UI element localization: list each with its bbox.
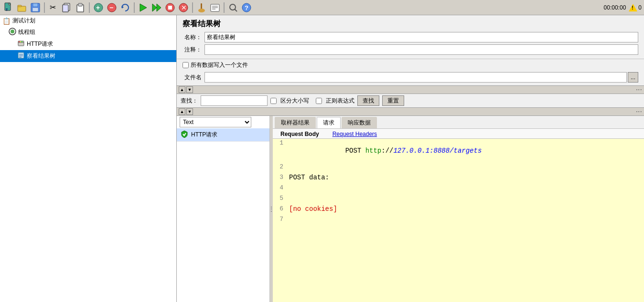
svg-rect-7 [32, 8, 38, 11]
name-input[interactable] [204, 32, 638, 42]
tab-bar: 取样器结果 请求 响应数据 [273, 116, 644, 129]
result-item-label: HTTP请求 [191, 131, 217, 139]
sep5 [224, 2, 225, 13]
result-list-header: Text RegExp Tester CSS/JQuery Tester XPa… [177, 116, 269, 128]
svg-point-36 [11, 30, 14, 33]
format-dropdown[interactable]: Text RegExp Tester CSS/JQuery Tester XPa… [180, 117, 251, 127]
sidebar-item-thread-group[interactable]: 线程组 [0, 26, 176, 38]
regex-label: 正则表达式 [326, 97, 354, 105]
warning-count: 0 [638, 4, 642, 11]
copy-button[interactable] [61, 1, 73, 14]
sidebar: 📋 测试计划 线程组 HTTP请求 察看结果树 [0, 15, 177, 302]
file-browse-button[interactable]: ... [628, 72, 638, 83]
comment-input[interactable] [204, 44, 638, 55]
add-button[interactable]: + [92, 1, 105, 14]
scroll-ctrl-1: ▲ ▼ ··· [177, 85, 644, 94]
write-all-label: 所有数据写入一个文件 [191, 61, 248, 69]
paste-button[interactable] [74, 1, 86, 14]
svg-point-41 [21, 42, 22, 42]
content-area: Text RegExp Tester CSS/JQuery Tester XPa… [177, 116, 644, 302]
sub-tab-bar: Request Body Request Headers [273, 129, 644, 139]
line-num-2: 2 [273, 163, 287, 170]
reset-button[interactable]: 重置 [382, 95, 404, 106]
file-label: 文件名 [182, 73, 202, 82]
svg-point-39 [19, 42, 20, 42]
regex-checkbox[interactable] [316, 98, 322, 104]
file-row: 文件名 ... [177, 71, 644, 85]
scroll-up-btn-1[interactable]: ▲ [179, 86, 185, 93]
reset-button[interactable] [119, 1, 131, 14]
open-button[interactable] [16, 1, 28, 14]
sep3 [134, 2, 135, 13]
svg-rect-25 [201, 3, 202, 9]
broom-button[interactable] [195, 1, 208, 14]
help-button[interactable]: ? [240, 1, 253, 14]
scroll-down-btn-2[interactable]: ▼ [186, 108, 193, 115]
comment-row: 注释： [182, 44, 638, 55]
svg-marker-19 [152, 4, 157, 11]
svg-text:−: − [109, 4, 113, 11]
line-num-7: 7 [273, 216, 287, 223]
tab-request[interactable]: 请求 [317, 117, 341, 128]
sub-tab-request-headers[interactable]: Request Headers [327, 130, 383, 138]
svg-rect-10 [63, 5, 68, 12]
run-all-button[interactable] [150, 1, 163, 14]
svg-text:✂: ✂ [50, 3, 56, 11]
sub-tab-request-body[interactable]: Request Body [275, 130, 325, 138]
case-sensitive-checkbox[interactable] [270, 98, 277, 104]
line-num-6: 6 [273, 205, 287, 212]
svg-marker-17 [122, 6, 124, 9]
file-input[interactable] [204, 72, 627, 83]
write-all-row: 所有数据写入一个文件 [177, 59, 644, 71]
line-num-5: 5 [273, 195, 287, 202]
svg-rect-6 [33, 3, 38, 7]
code-line-7: 7 [273, 215, 644, 226]
code-line-1: 1 POST http://127.0.0.1:8888/targets [273, 139, 644, 163]
line-num-1: 1 [273, 139, 287, 146]
scroll-up-btn-2[interactable]: ▲ [179, 108, 185, 115]
scroll-down-btn-1[interactable]: ▼ [186, 86, 193, 93]
cut-button[interactable]: ✂ [47, 1, 60, 14]
remove-button[interactable]: − [106, 1, 118, 14]
comment-label: 注释： [182, 46, 202, 54]
sep4 [192, 2, 193, 13]
find-button[interactable]: 查找 [357, 95, 379, 106]
search-input[interactable] [201, 95, 268, 106]
new-button[interactable]: T [2, 1, 15, 14]
tab-response-data[interactable]: 响应数据 [342, 117, 377, 128]
sidebar-item-label: 测试计划 [12, 17, 35, 25]
svg-text:T: T [6, 8, 8, 11]
detail-panel: 取样器结果 请求 响应数据 Request Body Request Heade… [273, 116, 644, 302]
sidebar-item-http-request[interactable]: HTTP请求 [0, 38, 176, 50]
timer-display: 00:00:00 [604, 4, 626, 11]
clear-button[interactable]: ✕ [177, 1, 190, 14]
save-button[interactable] [29, 1, 42, 14]
tab-sampler-result[interactable]: 取样器结果 [275, 117, 316, 128]
stop-button[interactable] [164, 1, 176, 14]
line-num-4: 4 [273, 184, 287, 191]
search-toolbar-btn[interactable] [227, 1, 239, 14]
line-content-6: [no cookies] [287, 205, 644, 213]
test-plan-icon: 📋 [2, 17, 11, 25]
warning-icon [629, 4, 637, 11]
svg-text:?: ? [245, 4, 248, 11]
run-button[interactable] [137, 1, 150, 14]
thread-group-icon [9, 28, 16, 37]
line-content-1: POST http://127.0.0.1:8888/targets [287, 139, 644, 162]
line-content-2 [287, 163, 644, 171]
name-row: 名称： [182, 32, 638, 42]
right-panel: 察看结果树 名称： 注释： 所有数据写入一个文件 文件名 ... ▲ ▼ ··· [177, 15, 644, 302]
line-num-3: 3 [273, 174, 287, 181]
scroll-ctrl-2: ▲ ▼ ··· [177, 107, 644, 116]
toolbar: T ✂ + − ✕ ? [0, 0, 644, 15]
timer-area: 00:00:00 0 [604, 4, 642, 11]
http-request-icon [17, 40, 25, 49]
sidebar-item-test-plan[interactable]: 📋 测试计划 [0, 15, 176, 26]
code-area[interactable]: 1 POST http://127.0.0.1:8888/targets 2 3… [273, 139, 644, 302]
report-button[interactable] [209, 1, 221, 14]
search-label: 查找： [181, 97, 198, 105]
sidebar-item-label: 察看结果树 [27, 52, 55, 60]
write-all-checkbox[interactable] [182, 62, 189, 68]
sidebar-item-view-results[interactable]: 察看结果树 [0, 50, 176, 62]
result-item[interactable]: HTTP请求 [177, 128, 269, 142]
